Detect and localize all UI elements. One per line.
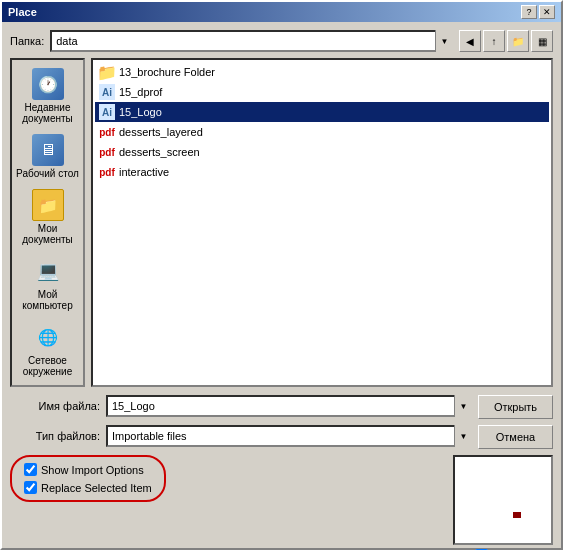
sidebar-item-recent[interactable]: 🕐 Недавние документы [14, 64, 82, 128]
filename-row: Имя файла: 15_Logo ▼ Открыть [10, 393, 553, 419]
options-area: Show Import Options Replace Selected Ite… [10, 455, 445, 502]
list-item[interactable]: 📁 13_brochure Folder [95, 62, 549, 82]
file-name-selected: 15_Logo [119, 106, 162, 118]
show-import-label: Show Import Options [41, 464, 144, 476]
network-icon: 🌐 [32, 321, 64, 353]
bottom-options-row: Show Import Options Replace Selected Ite… [10, 455, 553, 550]
ai-icon-selected: Ai [99, 104, 115, 120]
folder-icon: 📁 [99, 64, 115, 80]
preview-area: Preview [453, 455, 553, 550]
preview-box [453, 455, 553, 545]
cancel-button-area: Отмена [478, 423, 553, 449]
dialog-content: Папка: data ▼ ◀ ↑ 📁 ▦ 🕐 [2, 22, 561, 550]
filetype-row: Тип файлов: Importable files All files ▼… [10, 423, 553, 449]
file-name: interactive [119, 166, 169, 178]
place-dialog: Place ? ✕ Папка: data ▼ ◀ ↑ 📁 ▦ [0, 0, 563, 550]
list-item[interactable]: Ai 15_dprof [95, 82, 549, 102]
path-select[interactable]: data [50, 30, 453, 52]
help-button[interactable]: ? [521, 5, 537, 19]
open-button[interactable]: Открыть [478, 395, 553, 419]
sidebar-item-desktop[interactable]: 🖥 Рабочий стол [14, 130, 82, 183]
file-name: 15_dprof [119, 86, 162, 98]
filename-select[interactable]: 15_Logo [106, 395, 472, 417]
filetype-label: Тип файлов: [10, 430, 100, 442]
filename-combo-wrapper: 15_Logo ▼ [106, 395, 472, 417]
filetype-combo-wrapper: Importable files All files ▼ [106, 425, 472, 447]
pdf-icon: pdf [99, 144, 115, 160]
view-button[interactable]: ▦ [531, 30, 553, 52]
preview-dot [513, 512, 521, 518]
replace-selected-label: Replace Selected Item [41, 482, 152, 494]
replace-selected-row: Replace Selected Item [24, 481, 152, 494]
oval-highlight: Show Import Options Replace Selected Ite… [10, 455, 166, 502]
sidebar-label-network: Сетевое окружение [16, 355, 80, 377]
nav-buttons: ◀ ↑ 📁 ▦ [459, 30, 553, 52]
main-area: 🕐 Недавние документы 🖥 Рабочий стол 📁 Мо… [10, 58, 553, 387]
up-button[interactable]: ↑ [483, 30, 505, 52]
file-name: desserts_layered [119, 126, 203, 138]
new-folder-button[interactable]: 📁 [507, 30, 529, 52]
dialog-title: Place [8, 6, 37, 18]
ai-icon: Ai [99, 84, 115, 100]
sidebar-item-mycomp[interactable]: 💻 Мой компьютер [14, 251, 82, 315]
desktop-icon: 🖥 [32, 134, 64, 166]
file-name: desserts_screen [119, 146, 200, 158]
sidebar-item-network[interactable]: 🌐 Сетевое окружение [14, 317, 82, 381]
sidebar-label-mycomp: Мой компьютер [16, 289, 80, 311]
sidebar-label-recent: Недавние документы [16, 102, 80, 124]
bottom-fields: Имя файла: 15_Logo ▼ Открыть Тип файлов:… [10, 393, 553, 449]
cancel-button[interactable]: Отмена [478, 425, 553, 449]
open-cancel-buttons: Открыть [478, 393, 553, 419]
file-list[interactable]: 📁 13_brochure Folder Ai 15_dprof Ai 15_L… [91, 58, 553, 387]
recent-icon: 🕐 [32, 68, 64, 100]
list-item[interactable]: pdf interactive [95, 162, 549, 182]
list-item[interactable]: pdf desserts_screen [95, 142, 549, 162]
folder-label: Папка: [10, 35, 44, 47]
pdf-icon: pdf [99, 164, 115, 180]
title-bar-buttons: ? ✕ [521, 5, 555, 19]
close-button[interactable]: ✕ [539, 5, 555, 19]
title-bar: Place ? ✕ [2, 2, 561, 22]
mydocs-icon: 📁 [32, 189, 64, 221]
show-import-checkbox[interactable] [24, 463, 37, 476]
toolbar-row: Папка: data ▼ ◀ ↑ 📁 ▦ [10, 30, 553, 52]
sidebar-label-mydocs: Мои документы [16, 223, 80, 245]
pdf-icon: pdf [99, 124, 115, 140]
show-import-row: Show Import Options [24, 463, 152, 476]
sidebar: 🕐 Недавние документы 🖥 Рабочий стол 📁 Мо… [10, 58, 85, 387]
list-item[interactable]: pdf desserts_layered [95, 122, 549, 142]
file-name: 13_brochure Folder [119, 66, 215, 78]
path-combo-wrapper: data ▼ [50, 30, 453, 52]
replace-selected-checkbox[interactable] [24, 481, 37, 494]
sidebar-label-desktop: Рабочий стол [16, 168, 79, 179]
sidebar-item-mydocs[interactable]: 📁 Мои документы [14, 185, 82, 249]
list-item[interactable]: Ai 15_Logo [95, 102, 549, 122]
back-button[interactable]: ◀ [459, 30, 481, 52]
filename-label: Имя файла: [10, 400, 100, 412]
mycomp-icon: 💻 [32, 255, 64, 287]
filetype-select[interactable]: Importable files All files [106, 425, 472, 447]
